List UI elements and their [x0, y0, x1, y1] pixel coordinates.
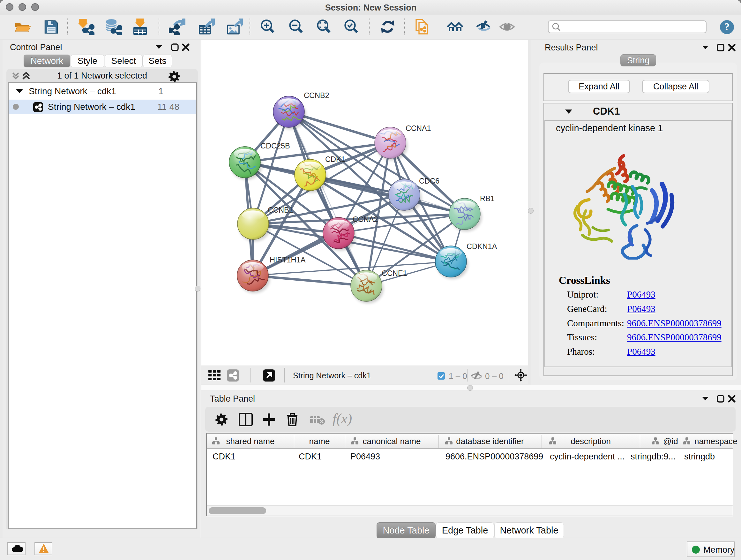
svg-text:CCNB1: CCNB1 — [268, 206, 293, 214]
svg-text:CDC25B: CDC25B — [260, 142, 290, 150]
svg-text:CDC6: CDC6 — [419, 177, 440, 185]
svg-text:CDKN1A: CDKN1A — [467, 242, 497, 251]
svg-text:CCNA2: CCNA2 — [353, 215, 378, 224]
svg-text:CDK1: CDK1 — [325, 155, 345, 164]
svg-text:RB1: RB1 — [480, 194, 495, 203]
svg-text:CCNE1: CCNE1 — [382, 269, 407, 277]
svg-text:CCNA1: CCNA1 — [406, 124, 431, 132]
svg-text:CCNB2: CCNB2 — [304, 91, 329, 100]
svg-text:HIST1H1A: HIST1H1A — [270, 256, 306, 264]
